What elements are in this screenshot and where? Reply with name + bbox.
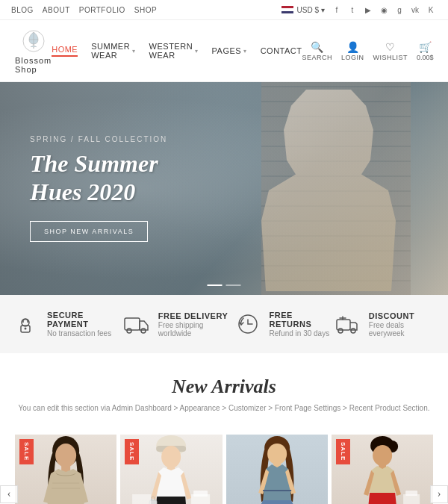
secure-payment-icon bbox=[11, 310, 40, 338]
cart-action[interactable]: 🛒 0.00$ bbox=[417, 41, 434, 61]
free-delivery-title: FREE DELIVERY bbox=[158, 311, 234, 320]
secure-payment-desc: No transaction fees bbox=[47, 329, 122, 337]
free-returns-desc: Refund in 30 days bbox=[270, 329, 333, 337]
sale-badge-4: SALE bbox=[336, 439, 350, 464]
vk-icon[interactable]: vk bbox=[409, 4, 421, 16]
product-card-1[interactable]: SALE bbox=[15, 435, 116, 504]
cart-icon: 🛒 bbox=[419, 41, 432, 54]
new-arrivals-title: New Arrivals bbox=[15, 376, 433, 398]
svg-rect-34 bbox=[405, 491, 417, 496]
new-arrivals-subtitle: You can edit this section via Admin Dash… bbox=[15, 404, 433, 412]
hero-content: SPRING / FALL COLLECTION The Summer Hues… bbox=[0, 113, 239, 265]
login-label: LOGIN bbox=[341, 54, 364, 61]
top-bar-right: USD $ ▾ f t ▶ ◉ g vk K bbox=[281, 4, 437, 16]
product-card-4[interactable]: SALE bbox=[332, 435, 433, 504]
products-grid: SALE bbox=[15, 435, 433, 504]
product-3-image bbox=[226, 435, 328, 504]
free-delivery-icon bbox=[122, 310, 151, 338]
feature-secure-payment: SECURE PAYMENT No transaction fees bbox=[11, 310, 122, 338]
svg-point-5 bbox=[127, 329, 131, 333]
hero-section: SPRING / FALL COLLECTION The Summer Hues… bbox=[0, 82, 448, 295]
secure-payment-title: SECURE PAYMENT bbox=[47, 311, 122, 329]
hero-title: The Summer Hues 2020 bbox=[30, 149, 209, 207]
heart-icon: ♡ bbox=[385, 41, 395, 54]
western-wear-chevron: ▾ bbox=[195, 48, 199, 55]
currency-chevron: ▾ bbox=[321, 6, 325, 14]
free-returns-title: FREE RETURNS bbox=[270, 311, 333, 329]
svg-rect-22 bbox=[193, 491, 208, 497]
svg-rect-23 bbox=[132, 494, 151, 504]
currency-label: USD $ bbox=[297, 6, 319, 14]
portfolio-link[interactable]: PORTFOLIO bbox=[79, 6, 125, 14]
svg-point-6 bbox=[141, 329, 146, 333]
cart-total: 0.00$ bbox=[417, 54, 434, 61]
feature-discount: DISCOUNT Free deals everyweek bbox=[333, 310, 437, 338]
header: Blossom Shop HOME SUMMER WEAR ▾ WESTERN … bbox=[0, 20, 448, 82]
shop-link[interactable]: SHOP bbox=[134, 6, 157, 14]
pages-chevron: ▾ bbox=[243, 48, 247, 55]
search-icon: 🔍 bbox=[311, 41, 323, 54]
flag-icon bbox=[281, 6, 293, 13]
youtube-icon[interactable]: ▶ bbox=[362, 4, 374, 16]
hero-cta-button[interactable]: SHOP NEW ARRIVALS bbox=[30, 221, 148, 242]
login-action[interactable]: 👤 LOGIN bbox=[341, 41, 364, 61]
product-card-2[interactable]: SALE bbox=[120, 435, 222, 504]
products-prev-button[interactable]: ‹ bbox=[0, 485, 18, 503]
sale-badge-2: SALE bbox=[125, 439, 139, 464]
wishlist-label: WISHLIST bbox=[373, 54, 408, 61]
search-action[interactable]: 🔍 SEARCH bbox=[302, 41, 333, 61]
discount-title: DISCOUNT bbox=[369, 311, 437, 320]
feature-free-delivery: FREE DELIVERY Free shipping worldwide bbox=[122, 310, 234, 338]
nav-contact[interactable]: CONTACT bbox=[261, 46, 302, 55]
about-link[interactable]: ABOUT bbox=[43, 6, 70, 14]
twitter-icon[interactable]: t bbox=[346, 4, 358, 16]
feature-secure-payment-text: SECURE PAYMENT No transaction fees bbox=[47, 311, 122, 337]
hero-dot-1[interactable] bbox=[208, 284, 223, 286]
wishlist-action[interactable]: ♡ WISHLIST bbox=[373, 41, 408, 61]
svg-point-14 bbox=[55, 444, 76, 467]
sale-badge-1: SALE bbox=[19, 439, 34, 464]
currency-selector[interactable]: USD $ ▾ bbox=[281, 6, 325, 14]
svg-point-18 bbox=[161, 446, 181, 468]
product-card-3[interactable] bbox=[226, 435, 328, 504]
blog-link[interactable]: BLOG bbox=[11, 6, 34, 14]
logo-text: Blossom Shop bbox=[15, 56, 52, 74]
nav-summer-wear[interactable]: SUMMER WEAR ▾ bbox=[91, 42, 135, 60]
feature-discount-text: DISCOUNT Free deals everyweek bbox=[369, 311, 437, 337]
google-icon[interactable]: g bbox=[393, 4, 405, 16]
svg-point-10 bbox=[351, 329, 355, 333]
discount-icon bbox=[333, 310, 361, 338]
free-returns-icon bbox=[234, 310, 262, 338]
features-section: SECURE PAYMENT No transaction fees FREE … bbox=[0, 295, 448, 353]
k-icon[interactable]: K bbox=[425, 4, 437, 16]
svg-rect-4 bbox=[125, 318, 140, 330]
logo-svg bbox=[20, 28, 47, 55]
feature-free-delivery-text: FREE DELIVERY Free shipping worldwide bbox=[158, 311, 234, 337]
hero-dots bbox=[208, 284, 241, 286]
svg-point-3 bbox=[25, 328, 27, 330]
discount-desc: Free deals everyweek bbox=[369, 321, 437, 337]
summer-wear-chevron: ▾ bbox=[132, 48, 136, 55]
top-bar: BLOG ABOUT PORTFOLIO SHOP USD $ ▾ f t ▶ … bbox=[0, 0, 448, 20]
logo[interactable]: Blossom Shop bbox=[15, 28, 52, 74]
search-label: SEARCH bbox=[302, 54, 333, 61]
nav-home[interactable]: HOME bbox=[52, 45, 78, 57]
svg-point-9 bbox=[338, 329, 343, 333]
svg-point-31 bbox=[373, 445, 392, 466]
products-next-button[interactable]: › bbox=[430, 485, 448, 503]
user-icon: 👤 bbox=[346, 41, 359, 54]
new-arrivals-section: New Arrivals You can edit this section v… bbox=[0, 353, 448, 435]
svg-point-25 bbox=[267, 444, 287, 464]
main-nav: HOME SUMMER WEAR ▾ WESTERN WEAR ▾ PAGES … bbox=[52, 42, 302, 60]
social-icons: f t ▶ ◉ g vk K bbox=[331, 4, 437, 16]
products-wrapper: ‹ bbox=[0, 435, 448, 504]
instagram-icon[interactable]: ◉ bbox=[378, 4, 390, 16]
hero-dot-2[interactable] bbox=[226, 284, 241, 286]
facebook-icon[interactable]: f bbox=[331, 4, 343, 16]
top-bar-links: BLOG ABOUT PORTFOLIO SHOP bbox=[11, 6, 157, 14]
nav-western-wear[interactable]: WESTERN WEAR ▾ bbox=[149, 42, 199, 60]
svg-rect-8 bbox=[337, 320, 350, 330]
free-delivery-desc: Free shipping worldwide bbox=[158, 321, 234, 337]
header-actions: 🔍 SEARCH 👤 LOGIN ♡ WISHLIST 🛒 0.00$ bbox=[302, 41, 434, 61]
nav-pages[interactable]: PAGES ▾ bbox=[212, 46, 247, 55]
